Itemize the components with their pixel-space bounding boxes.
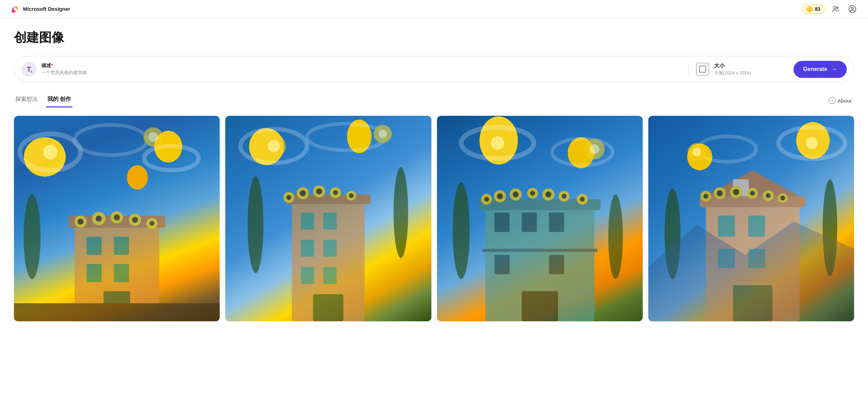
svg-point-25 bbox=[132, 217, 138, 223]
svg-point-1 bbox=[837, 7, 838, 8]
page-title: 创建图像 bbox=[14, 29, 854, 46]
tab-explore[interactable]: 探索想法 bbox=[14, 94, 39, 107]
size-label: 大小 bbox=[714, 63, 751, 69]
profile-button[interactable] bbox=[846, 3, 858, 15]
svg-point-5 bbox=[75, 125, 147, 155]
svg-point-27 bbox=[150, 221, 155, 226]
header-actions: 83 bbox=[802, 3, 858, 15]
image-card-2[interactable] bbox=[225, 116, 431, 321]
main-content: 创建图像 T + 描述* 一个梵高风格的建筑物 bbox=[0, 18, 868, 321]
svg-point-50 bbox=[316, 188, 322, 194]
svg-rect-41 bbox=[323, 240, 337, 257]
svg-rect-65 bbox=[482, 249, 597, 252]
svg-rect-69 bbox=[494, 255, 509, 274]
svg-point-110 bbox=[750, 191, 755, 196]
vangogh-svg-2 bbox=[225, 116, 431, 321]
input-bar: T + 描述* 一个梵高风格的建筑物 大小 方形(1024 x 1024) bbox=[14, 56, 854, 82]
svg-rect-97 bbox=[718, 216, 735, 237]
svg-rect-43 bbox=[323, 267, 337, 284]
app-logo bbox=[10, 4, 19, 14]
svg-point-77 bbox=[513, 191, 518, 197]
svg-point-104 bbox=[703, 194, 708, 199]
svg-point-85 bbox=[580, 197, 585, 202]
svg-point-55 bbox=[248, 176, 264, 273]
image-card-1[interactable] bbox=[14, 116, 220, 321]
svg-rect-71 bbox=[522, 291, 558, 321]
text-icon-symbol: T + bbox=[27, 66, 31, 73]
svg-point-106 bbox=[717, 190, 722, 196]
friends-button[interactable] bbox=[830, 3, 842, 15]
size-text-area: 大小 方形(1024 x 1024) bbox=[714, 63, 751, 76]
svg-point-56 bbox=[394, 167, 408, 258]
image-card-3[interactable] bbox=[437, 116, 643, 321]
about-label: About bbox=[838, 98, 851, 104]
svg-rect-13 bbox=[87, 237, 102, 255]
svg-point-33 bbox=[268, 140, 280, 152]
svg-point-83 bbox=[562, 194, 566, 199]
vangogh-svg-4 bbox=[648, 116, 854, 321]
svg-rect-68 bbox=[549, 212, 564, 232]
svg-rect-40 bbox=[301, 240, 314, 257]
svg-point-0 bbox=[834, 6, 836, 9]
size-square-icon bbox=[699, 66, 706, 73]
svg-rect-29 bbox=[14, 303, 220, 321]
description-label: 描述* bbox=[41, 63, 87, 69]
svg-point-112 bbox=[766, 193, 771, 198]
svg-rect-67 bbox=[522, 212, 537, 232]
svg-point-62 bbox=[589, 144, 599, 154]
svg-rect-66 bbox=[494, 212, 509, 232]
about-button[interactable]: i About bbox=[826, 96, 854, 105]
friends-icon bbox=[832, 5, 839, 13]
vangogh-svg-3 bbox=[437, 116, 643, 321]
svg-point-86 bbox=[453, 182, 470, 279]
svg-point-3 bbox=[851, 7, 853, 9]
vangogh-svg-1 bbox=[14, 116, 220, 321]
size-value: 方形(1024 x 1024) bbox=[714, 70, 751, 76]
svg-point-54 bbox=[349, 193, 354, 198]
svg-point-23 bbox=[114, 214, 120, 220]
coin-icon bbox=[806, 6, 813, 12]
text-icon: T + bbox=[21, 62, 37, 77]
svg-rect-70 bbox=[549, 255, 564, 274]
svg-point-81 bbox=[545, 191, 551, 197]
svg-point-79 bbox=[530, 191, 535, 196]
svg-rect-16 bbox=[114, 264, 129, 282]
svg-point-89 bbox=[698, 136, 756, 162]
credits-badge[interactable]: 83 bbox=[802, 4, 825, 14]
input-divider bbox=[689, 62, 689, 77]
generate-button[interactable]: Generate → bbox=[793, 61, 847, 78]
tabs: 探索想法 我的 创作 bbox=[14, 94, 77, 107]
svg-point-108 bbox=[733, 189, 739, 195]
svg-point-6 bbox=[144, 146, 199, 170]
size-section[interactable]: 大小 方形(1024 x 1024) bbox=[696, 63, 787, 76]
svg-point-73 bbox=[484, 197, 489, 202]
svg-point-28 bbox=[24, 194, 41, 279]
svg-point-87 bbox=[608, 194, 623, 279]
svg-rect-39 bbox=[323, 212, 337, 230]
svg-point-52 bbox=[333, 190, 338, 195]
svg-point-46 bbox=[287, 195, 291, 200]
tabs-row: 探索想法 我的 创作 i About bbox=[14, 94, 854, 107]
svg-point-93 bbox=[693, 148, 701, 156]
profile-icon bbox=[849, 5, 856, 13]
svg-rect-42 bbox=[301, 267, 314, 284]
size-icon bbox=[696, 63, 709, 76]
svg-rect-14 bbox=[114, 237, 129, 255]
required-marker: * bbox=[51, 63, 53, 68]
arrow-icon: → bbox=[831, 66, 837, 73]
description-section[interactable]: T + 描述* 一个梵高风格的建筑物 bbox=[21, 62, 682, 77]
svg-point-91 bbox=[806, 137, 818, 149]
description-input-area[interactable]: 描述* 一个梵高风格的建筑物 bbox=[41, 63, 87, 76]
svg-rect-15 bbox=[87, 264, 102, 282]
svg-point-21 bbox=[96, 216, 102, 222]
generate-button-label: Generate bbox=[803, 66, 827, 72]
svg-point-10 bbox=[148, 132, 158, 142]
images-grid bbox=[14, 116, 854, 321]
svg-rect-98 bbox=[748, 216, 765, 237]
svg-point-19 bbox=[78, 219, 84, 225]
svg-rect-44 bbox=[313, 294, 343, 321]
svg-point-75 bbox=[497, 193, 503, 199]
image-card-4[interactable] bbox=[648, 116, 854, 321]
credits-count: 83 bbox=[815, 6, 820, 12]
tab-my-creations[interactable]: 我的 创作 bbox=[46, 94, 72, 107]
